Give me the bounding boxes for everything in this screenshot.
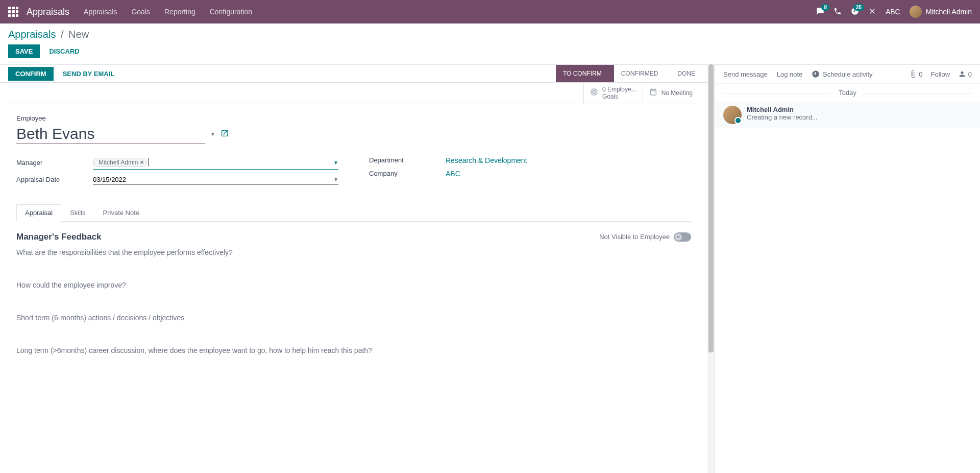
clock-icon[interactable]: 25 <box>851 7 859 17</box>
toggle-label: Not Visible to Employee <box>599 233 670 241</box>
stat-buttons: 0 Employe... Goals No Meeting <box>8 83 699 104</box>
external-link-icon[interactable] <box>220 129 229 139</box>
tabs: Appraisal Skills Private Note <box>16 204 691 222</box>
follow-button[interactable]: Follow <box>931 70 950 78</box>
send-email-button[interactable]: SEND BY EMAIL <box>56 67 122 81</box>
log-note-button[interactable]: Log note <box>777 70 803 78</box>
scrollbar-thumb[interactable] <box>708 64 714 352</box>
calendar-icon <box>649 88 657 99</box>
status-bar: TO CONFIRM CONFIRMED DONE <box>556 65 707 82</box>
stat-meeting[interactable]: No Meeting <box>643 83 699 104</box>
status-done[interactable]: DONE <box>670 65 707 82</box>
department-field: Department Research & Development <box>369 156 691 164</box>
chat-icon[interactable]: 8 <box>816 7 824 17</box>
user-name: Mitchell Admin <box>926 8 972 16</box>
date-value[interactable] <box>93 176 333 183</box>
user-avatar <box>910 6 922 18</box>
breadcrumb: Appraisals / New <box>8 29 972 40</box>
stat-meeting-text: No Meeting <box>662 89 693 97</box>
employee-name-input[interactable]: Beth Evans <box>16 124 205 144</box>
tab-appraisal[interactable]: Appraisal <box>16 204 61 222</box>
company-name[interactable]: ABC <box>886 8 900 16</box>
employee-label: Employee <box>16 114 691 122</box>
message-author: Mitchell Admin <box>747 106 972 113</box>
manager-field: Manager Mitchell Admin × ▼ <box>16 156 338 170</box>
stat-goals-text: 0 Employe... Goals <box>602 86 636 101</box>
send-message-button[interactable]: Send message <box>723 70 768 78</box>
user-menu[interactable]: Mitchell Admin <box>910 6 972 18</box>
form-column: CONFIRM SEND BY EMAIL TO CONFIRM CONFIRM… <box>0 64 707 473</box>
nav-goals[interactable]: Goals <box>131 8 150 16</box>
text-cursor <box>148 158 149 167</box>
chat-badge: 8 <box>821 4 829 11</box>
message-text: Creating a new record... <box>747 113 972 121</box>
close-icon[interactable] <box>868 7 876 17</box>
status-to-confirm[interactable]: TO CONFIRM <box>556 65 614 82</box>
breadcrumb-sep: / <box>61 29 64 40</box>
date-label: Appraisal Date <box>16 176 93 183</box>
clock-badge: 25 <box>853 4 864 11</box>
manager-input[interactable]: Mitchell Admin × ▼ <box>93 156 338 170</box>
form-grid: Manager Mitchell Admin × ▼ Appraisal Dat… <box>16 156 691 190</box>
nav-menu: Appraisals Goals Reporting Configuration <box>84 8 252 16</box>
company-value[interactable]: ABC <box>446 170 691 178</box>
company-label: Company <box>369 170 446 177</box>
tab-private-note[interactable]: Private Note <box>94 204 149 221</box>
discard-button[interactable]: DISCARD <box>42 44 86 58</box>
nav-reporting[interactable]: Reporting <box>164 8 195 16</box>
topbar-right: 8 25 ABC Mitchell Admin <box>816 6 972 18</box>
date-input[interactable]: ▼ <box>93 175 338 185</box>
employee-dropdown-icon[interactable]: ▼ <box>210 131 215 137</box>
date-field: Appraisal Date ▼ <box>16 175 338 185</box>
nav-appraisals[interactable]: Appraisals <box>84 8 117 16</box>
manager-dropdown-icon[interactable]: ▼ <box>333 160 338 165</box>
question-3[interactable]: Short term (6-months) actions / decision… <box>16 314 691 322</box>
message: Mitchell Admin Creating a new record... <box>715 102 980 128</box>
chatter-right: 0 Follow 0 <box>909 70 972 78</box>
chatter-header: Send message Log note Schedule activity … <box>715 65 980 84</box>
today-separator: Today <box>715 84 980 102</box>
follower-count[interactable]: 0 <box>958 70 972 78</box>
manager-tag: Mitchell Admin × <box>93 158 147 167</box>
breadcrumb-current: New <box>68 29 89 40</box>
department-label: Department <box>369 156 446 164</box>
question-4[interactable]: Long term (>6months) career discussion, … <box>16 346 691 354</box>
schedule-activity-button[interactable]: Schedule activity <box>812 70 872 78</box>
visibility-toggle-wrap: Not Visible to Employee <box>599 232 691 242</box>
tab-skills[interactable]: Skills <box>61 204 94 221</box>
action-row: SAVE DISCARD <box>0 40 980 64</box>
department-value[interactable]: Research & Development <box>446 156 691 164</box>
form-scrollbar[interactable] <box>707 64 715 473</box>
tab-content: Manager's Feedback Not Visible to Employ… <box>16 222 691 389</box>
manager-label: Manager <box>16 159 93 167</box>
company-field: Company ABC <box>369 170 691 178</box>
save-button[interactable]: SAVE <box>8 44 40 58</box>
visibility-toggle[interactable] <box>674 232 691 242</box>
feedback-header: Manager's Feedback Not Visible to Employ… <box>16 232 691 242</box>
question-2[interactable]: How could the employee improve? <box>16 281 691 289</box>
main-area: CONFIRM SEND BY EMAIL TO CONFIRM CONFIRM… <box>0 64 980 473</box>
breadcrumb-row: Appraisals / New <box>0 23 980 40</box>
question-1[interactable]: What are the responsibilities that the e… <box>16 248 691 256</box>
date-dropdown-icon[interactable]: ▼ <box>333 177 338 182</box>
target-icon <box>590 88 598 99</box>
employee-field: Employee Beth Evans ▼ <box>16 114 691 144</box>
breadcrumb-root[interactable]: Appraisals <box>8 29 56 40</box>
feedback-title: Manager's Feedback <box>16 232 102 242</box>
form-header: CONFIRM SEND BY EMAIL TO CONFIRM CONFIRM… <box>0 65 707 83</box>
topbar: Appraisals Appraisals Goals Reporting Co… <box>0 0 980 23</box>
chatter: Send message Log note Schedule activity … <box>715 64 980 473</box>
tag-remove-icon[interactable]: × <box>140 159 143 166</box>
attachment-count[interactable]: 0 <box>909 70 923 78</box>
form-body: Employee Beth Evans ▼ Manager Mitchell A… <box>0 104 707 399</box>
phone-icon[interactable] <box>834 7 842 17</box>
status-confirmed[interactable]: CONFIRMED <box>614 65 671 82</box>
confirm-button[interactable]: CONFIRM <box>8 67 54 81</box>
apps-icon[interactable] <box>8 7 18 17</box>
nav-configuration[interactable]: Configuration <box>210 8 252 16</box>
app-title[interactable]: Appraisals <box>27 7 69 17</box>
message-avatar <box>723 106 742 124</box>
stat-goals[interactable]: 0 Employe... Goals <box>583 83 643 104</box>
header-actions: CONFIRM SEND BY EMAIL <box>0 67 121 81</box>
